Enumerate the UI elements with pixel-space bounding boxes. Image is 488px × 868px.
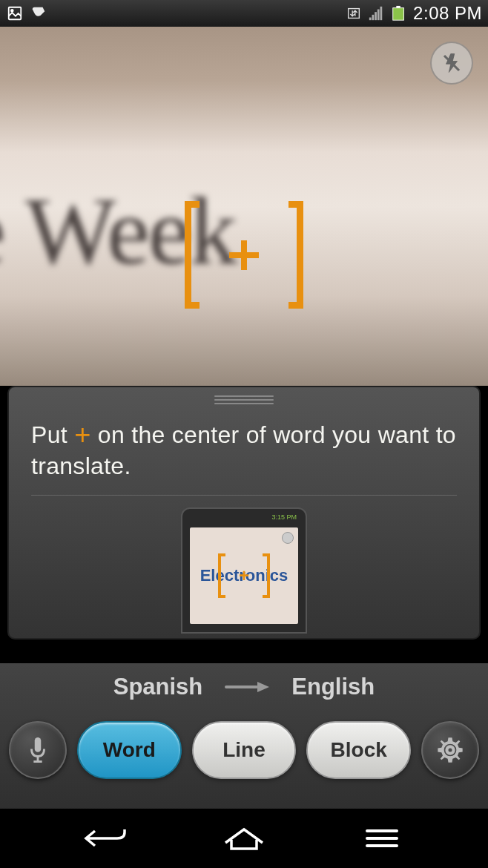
svg-rect-5 — [375, 12, 377, 20]
svg-rect-4 — [372, 15, 375, 20]
back-button[interactable] — [80, 823, 132, 853]
status-bar: 2:08 PM — [0, 0, 488, 27]
drag-handle-icon[interactable] — [214, 395, 274, 405]
notification-icon — [30, 5, 47, 22]
svg-rect-9 — [396, 6, 400, 8]
instruction-suffix: on the center of word you want to transl… — [31, 421, 456, 479]
illustration-status: 3:15 PM — [271, 513, 297, 521]
svg-rect-8 — [393, 8, 404, 21]
signal-icon — [367, 5, 385, 22]
svg-rect-3 — [369, 18, 372, 21]
menu-button[interactable] — [356, 823, 408, 853]
divider — [31, 495, 457, 496]
phone-illustration: 3:15 PM Electronics + — [170, 507, 318, 640]
instruction-prefix: Put — [31, 421, 67, 448]
mode-block-button[interactable]: Block — [306, 721, 411, 779]
flash-toggle-button[interactable] — [430, 42, 473, 85]
arrow-right-icon[interactable] — [225, 682, 269, 692]
targeting-bracket — [185, 201, 303, 309]
source-language[interactable]: Spanish — [113, 674, 203, 700]
navigation-bar — [0, 809, 488, 868]
home-button[interactable] — [218, 823, 270, 853]
instruction-panel: Put + on the center of word you want to … — [7, 386, 481, 640]
target-language[interactable]: English — [291, 674, 375, 700]
mode-word-button[interactable]: Word — [77, 721, 182, 779]
illustration-flash-icon — [282, 532, 294, 544]
illustration-bracket-icon: + — [218, 553, 270, 598]
mode-line-button[interactable]: Line — [192, 721, 297, 779]
controls-panel: Spanish English Word Line Block — [0, 663, 488, 809]
svg-rect-2 — [349, 9, 360, 19]
settings-button[interactable] — [421, 721, 479, 779]
svg-rect-11 — [225, 685, 258, 688]
camera-viewfinder[interactable]: e Week — [0, 27, 488, 386]
gallery-icon — [6, 5, 24, 22]
svg-rect-12 — [35, 737, 42, 752]
svg-point-1 — [11, 10, 13, 12]
crosshair-icon — [229, 240, 259, 270]
voice-input-button[interactable] — [9, 721, 67, 779]
svg-rect-6 — [377, 10, 380, 21]
flash-off-icon — [441, 52, 463, 74]
battery-icon — [389, 5, 409, 22]
clock-time: 2:08 PM — [413, 3, 482, 24]
svg-rect-7 — [380, 7, 383, 20]
microphone-icon — [25, 735, 50, 765]
language-selector-row: Spanish English — [9, 674, 479, 700]
gear-icon — [435, 735, 465, 765]
sync-icon — [345, 5, 363, 22]
instruction-text: Put + on the center of word you want to … — [31, 420, 457, 481]
